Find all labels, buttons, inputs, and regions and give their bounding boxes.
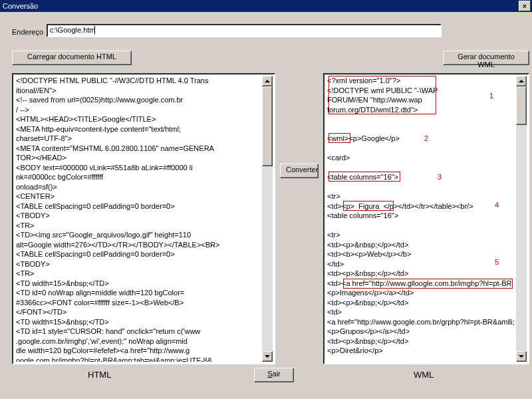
address-input[interactable]: c:\Google.htm bbox=[47, 24, 442, 37]
close-icon: × bbox=[523, 3, 527, 10]
load-html-button[interactable]: Carregar documento HTML bbox=[12, 51, 132, 65]
generate-wml-button[interactable]: Gerar documento WML bbox=[443, 51, 529, 65]
client-area: Endereço c:\Google.htm Carregar document… bbox=[0, 12, 532, 399]
exit-button[interactable]: Sair bbox=[254, 368, 294, 382]
address-label: Endereço bbox=[12, 28, 43, 36]
scroll-up-icon[interactable] bbox=[262, 76, 273, 86]
convert-button[interactable]: Converter bbox=[280, 164, 319, 178]
html-scrollbar[interactable] bbox=[262, 76, 273, 362]
text-caret bbox=[94, 26, 95, 34]
html-column-label: HTML bbox=[88, 370, 111, 380]
wml-panel: <?xml version="1.0"?> <!DOCTYPE wml PUBL… bbox=[323, 73, 529, 364]
address-value: c:\Google.htm bbox=[50, 26, 95, 34]
scroll-down-icon[interactable] bbox=[516, 351, 527, 362]
wml-column-label: WML bbox=[414, 370, 434, 380]
scroll-thumb[interactable] bbox=[516, 86, 527, 125]
html-content[interactable]: <!DOCTYPE HTML PUBLIC "-//W3C//DTD HTML … bbox=[16, 76, 261, 362]
html-panel: <!DOCTYPE HTML PUBLIC "-//W3C//DTD HTML … bbox=[12, 73, 275, 364]
scroll-down-icon[interactable] bbox=[262, 351, 273, 362]
wml-content[interactable]: <?xml version="1.0"?> <!DOCTYPE wml PUBL… bbox=[327, 76, 515, 362]
scroll-up-icon[interactable] bbox=[516, 76, 527, 86]
scroll-thumb[interactable] bbox=[262, 86, 273, 166]
close-button[interactable]: × bbox=[519, 1, 531, 11]
window-title: Conversão bbox=[3, 2, 38, 10]
title-bar: Conversão × bbox=[0, 0, 532, 12]
wml-scrollbar[interactable] bbox=[516, 76, 527, 362]
